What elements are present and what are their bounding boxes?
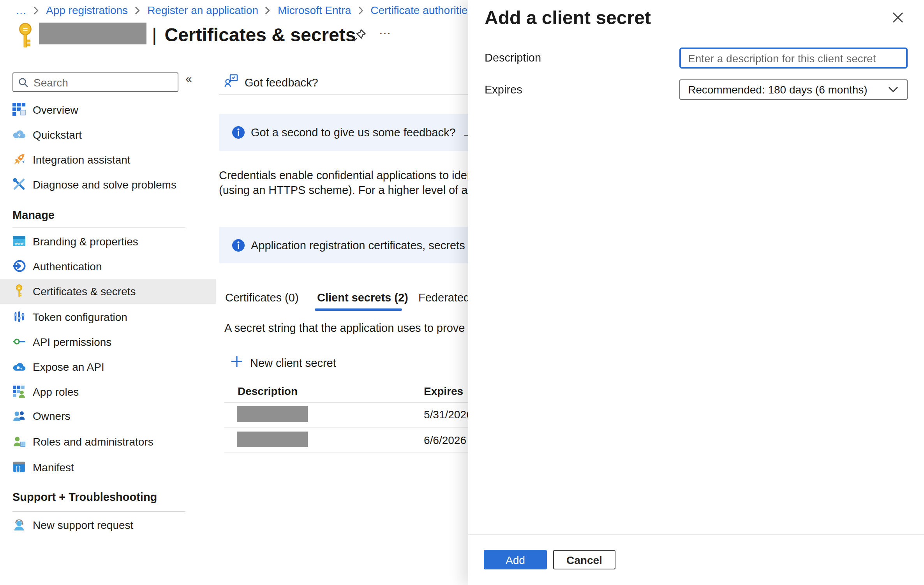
active-tab-indicator	[315, 308, 402, 311]
pin-icon[interactable]	[352, 28, 367, 46]
search-icon	[18, 77, 29, 88]
title-separator: |	[152, 24, 157, 45]
key-icon	[12, 284, 26, 298]
sidebar-divider	[12, 511, 185, 512]
breadcrumb-overflow[interactable]: …	[16, 4, 26, 16]
panel-title: Add a client secret	[485, 7, 651, 29]
feedback-banner[interactable]: Got a second to give us some feedback? →	[219, 114, 476, 151]
sidebar-item-certificates-secrets[interactable]: Certificates & secrets	[0, 279, 216, 304]
redacted-app-name	[39, 23, 146, 44]
expires-cell: 6/6/2026	[424, 434, 466, 446]
breadcrumb-microsoft-entra[interactable]: Microsoft Entra	[278, 4, 351, 16]
chevron-right-icon	[265, 6, 271, 14]
tab-certificates[interactable]: Certificates (0)	[225, 291, 299, 304]
people-icon	[12, 409, 26, 422]
breadcrumb-app-registrations[interactable]: App registrations	[46, 4, 128, 16]
api-permissions-icon	[12, 335, 26, 348]
feedback-person-icon	[224, 74, 238, 91]
info-icon	[232, 239, 245, 251]
sidebar-item-token-configuration[interactable]: Token configuration	[0, 305, 216, 330]
registration-notice-banner: Application registration certificates, s…	[219, 227, 476, 263]
breadcrumb: … App registrations Register an applicat…	[16, 4, 473, 16]
sidebar-section-support: Support + Troubleshooting	[12, 491, 157, 503]
support-headset-icon	[12, 518, 26, 531]
chevron-right-icon	[34, 6, 39, 14]
cancel-button[interactable]: Cancel	[553, 550, 615, 569]
sliders-icon	[12, 310, 26, 323]
page-title: |Certificates & secrets	[152, 24, 356, 46]
breadcrumb-certificate-authorities[interactable]: Certificate authorities	[370, 4, 473, 16]
chevron-right-icon	[135, 6, 140, 14]
manifest-code-icon: { }	[12, 460, 26, 474]
app-window: … App registrations Register an applicat…	[0, 0, 924, 585]
quickstart-icon	[12, 128, 26, 141]
sidebar-item-branding[interactable]: www Branding & properties	[0, 229, 216, 254]
browser-icon: www	[12, 234, 26, 248]
role-person-icon	[12, 435, 26, 448]
sidebar-item-quickstart[interactable]: Quickstart	[0, 122, 216, 147]
svg-text:{ }: { }	[16, 465, 21, 472]
sidebar-section-manage: Manage	[12, 209, 55, 221]
sidebar-item-owners[interactable]: Owners	[0, 404, 216, 428]
tools-icon	[12, 178, 26, 191]
secret-description-text: A secret string that the application use…	[224, 321, 497, 335]
add-button[interactable]: Add	[484, 550, 547, 569]
sidebar-item-expose-api[interactable]: Expose an API	[0, 354, 216, 379]
search-input[interactable]	[32, 75, 178, 89]
svg-text:www: www	[14, 241, 24, 245]
new-client-secret-button[interactable]: New client secret	[231, 355, 336, 371]
rocket-icon	[12, 153, 26, 166]
breadcrumb-register-application[interactable]: Register an application	[147, 4, 258, 16]
sign-in-icon	[12, 259, 26, 273]
sidebar-item-new-support-request[interactable]: New support request	[0, 513, 216, 537]
expires-selected-value: Recommended: 180 days (6 months)	[688, 83, 888, 96]
sidebar-item-api-permissions[interactable]: API permissions	[0, 330, 216, 354]
sidebar-item-diagnose[interactable]: Diagnose and solve problems	[0, 172, 216, 197]
expires-cell: 5/31/2026	[424, 408, 473, 421]
plus-icon	[231, 355, 243, 371]
sidebar-item-roles-administrators[interactable]: Roles and administrators	[0, 429, 216, 454]
chevron-down-icon	[888, 86, 898, 93]
column-header-expires: Expires	[424, 385, 463, 397]
panel-footer-divider	[468, 534, 924, 535]
description-input[interactable]	[679, 48, 908, 69]
redacted-secret-description	[237, 406, 308, 422]
feedback-banner-text: Got a second to give us some feedback?	[251, 126, 456, 139]
row-divider	[224, 452, 481, 453]
key-icon	[15, 23, 36, 51]
sidebar-search[interactable]	[12, 72, 178, 92]
app-roles-icon	[12, 385, 26, 398]
sidebar-item-manifest[interactable]: { } Manifest	[0, 455, 216, 480]
sidebar-divider	[12, 227, 185, 228]
sidebar-item-authentication[interactable]: Authentication	[0, 254, 216, 279]
cloud-gear-icon	[12, 360, 26, 373]
tab-client-secrets[interactable]: Client secrets (2)	[317, 291, 408, 304]
sidebar-item-overview[interactable]: Overview	[0, 97, 216, 122]
overview-icon	[12, 103, 26, 116]
row-divider	[224, 427, 481, 428]
info-icon	[232, 126, 245, 139]
add-client-secret-panel: Add a client secret Description Expires …	[468, 0, 924, 585]
table-header-divider	[224, 402, 481, 403]
sidebar-collapse-button[interactable]: «	[185, 72, 192, 85]
column-header-description: Description	[238, 385, 298, 397]
chevron-right-icon	[358, 6, 363, 14]
sidebar-item-integration-assistant[interactable]: Integration assistant	[0, 147, 216, 172]
expires-dropdown[interactable]: Recommended: 180 days (6 months)	[679, 79, 908, 100]
redacted-secret-description	[237, 432, 308, 447]
got-feedback-button[interactable]: Got feedback?	[224, 74, 318, 91]
more-actions-button[interactable]: …	[379, 23, 392, 37]
close-icon[interactable]	[889, 9, 906, 26]
description-label: Description	[485, 51, 541, 64]
expires-label: Expires	[485, 83, 522, 96]
sidebar-item-app-roles[interactable]: App roles	[0, 379, 216, 404]
toolbar-divider	[219, 94, 476, 95]
